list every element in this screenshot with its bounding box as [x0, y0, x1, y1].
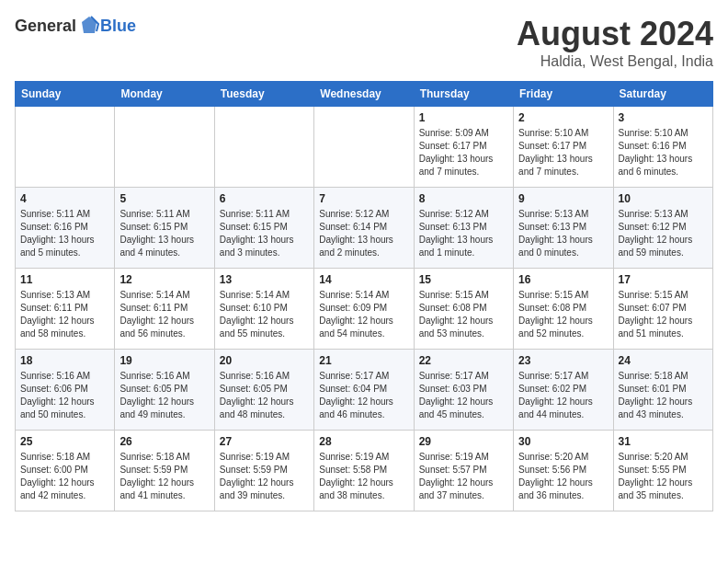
day-info: Sunrise: 5:11 AMSunset: 6:15 PMDaylight:… — [119, 208, 209, 259]
day-info: Sunrise: 5:14 AMSunset: 6:09 PMDaylight:… — [319, 289, 408, 340]
calendar-cell: 3 Sunrise: 5:10 AMSunset: 6:16 PMDayligh… — [613, 107, 712, 188]
logo: General Blue — [15, 15, 136, 37]
logo-general-text: General — [15, 17, 76, 36]
calendar-week-row: 1 Sunrise: 5:09 AMSunset: 6:17 PMDayligh… — [16, 107, 713, 188]
calendar-header-row: SundayMondayTuesdayWednesdayThursdayFrid… — [16, 82, 713, 107]
calendar-cell: 4 Sunrise: 5:11 AMSunset: 6:16 PMDayligh… — [16, 188, 115, 269]
day-number: 5 — [119, 192, 209, 205]
day-info: Sunrise: 5:09 AMSunset: 6:17 PMDaylight:… — [419, 127, 508, 178]
day-number: 20 — [220, 354, 309, 367]
calendar-day-header: Friday — [514, 82, 613, 107]
calendar-cell: 17 Sunrise: 5:15 AMSunset: 6:07 PMDaylig… — [613, 269, 712, 350]
location-subtitle: Haldia, West Bengal, India — [517, 53, 713, 70]
calendar-cell: 5 Sunrise: 5:11 AMSunset: 6:15 PMDayligh… — [115, 188, 214, 269]
calendar-day-header: Sunday — [16, 82, 115, 107]
day-number: 14 — [319, 273, 408, 286]
day-info: Sunrise: 5:10 AMSunset: 6:17 PMDaylight:… — [518, 127, 608, 178]
calendar-cell: 6 Sunrise: 5:11 AMSunset: 6:15 PMDayligh… — [214, 188, 313, 269]
calendar-cell: 12 Sunrise: 5:14 AMSunset: 6:11 PMDaylig… — [115, 269, 214, 350]
header: General Blue August 2024 Haldia, West Be… — [15, 15, 713, 70]
calendar-cell: 21 Sunrise: 5:17 AMSunset: 6:04 PMDaylig… — [314, 350, 414, 431]
day-info: Sunrise: 5:16 AMSunset: 6:05 PMDaylight:… — [220, 370, 309, 421]
day-info: Sunrise: 5:15 AMSunset: 6:07 PMDaylight:… — [619, 289, 708, 340]
calendar-cell: 26 Sunrise: 5:18 AMSunset: 5:59 PMDaylig… — [115, 431, 214, 511]
calendar-day-header: Thursday — [414, 82, 513, 107]
day-number: 19 — [119, 354, 209, 367]
calendar-cell — [115, 107, 214, 188]
calendar-week-row: 4 Sunrise: 5:11 AMSunset: 6:16 PMDayligh… — [16, 188, 713, 269]
day-number: 2 — [518, 111, 608, 124]
calendar-cell: 25 Sunrise: 5:18 AMSunset: 6:00 PMDaylig… — [16, 431, 115, 511]
day-info: Sunrise: 5:13 AMSunset: 6:13 PMDaylight:… — [518, 208, 608, 259]
day-number: 22 — [419, 354, 508, 367]
calendar-cell — [314, 107, 414, 188]
day-info: Sunrise: 5:16 AMSunset: 6:05 PMDaylight:… — [119, 370, 209, 421]
calendar-cell: 22 Sunrise: 5:17 AMSunset: 6:03 PMDaylig… — [414, 350, 513, 431]
calendar-cell: 8 Sunrise: 5:12 AMSunset: 6:13 PMDayligh… — [414, 188, 513, 269]
calendar-cell: 2 Sunrise: 5:10 AMSunset: 6:17 PMDayligh… — [514, 107, 613, 188]
day-number: 18 — [20, 354, 109, 367]
day-info: Sunrise: 5:14 AMSunset: 6:10 PMDaylight:… — [220, 289, 309, 340]
day-number: 27 — [220, 435, 309, 448]
calendar-cell: 30 Sunrise: 5:20 AMSunset: 5:56 PMDaylig… — [514, 431, 613, 511]
calendar-cell: 11 Sunrise: 5:13 AMSunset: 6:11 PMDaylig… — [16, 269, 115, 350]
day-info: Sunrise: 5:12 AMSunset: 6:13 PMDaylight:… — [419, 208, 508, 259]
day-number: 21 — [319, 354, 408, 367]
calendar-week-row: 25 Sunrise: 5:18 AMSunset: 6:00 PMDaylig… — [16, 431, 713, 511]
day-number: 28 — [319, 435, 408, 448]
day-number: 4 — [20, 192, 109, 205]
title-area: August 2024 Haldia, West Bengal, India — [517, 15, 713, 70]
calendar-week-row: 11 Sunrise: 5:13 AMSunset: 6:11 PMDaylig… — [16, 269, 713, 350]
logo-icon — [78, 15, 100, 37]
calendar-cell: 27 Sunrise: 5:19 AMSunset: 5:59 PMDaylig… — [214, 431, 313, 511]
day-number: 29 — [419, 435, 508, 448]
day-number: 17 — [619, 273, 708, 286]
day-number: 8 — [419, 192, 508, 205]
day-number: 16 — [518, 273, 608, 286]
calendar-cell: 9 Sunrise: 5:13 AMSunset: 6:13 PMDayligh… — [514, 188, 613, 269]
day-info: Sunrise: 5:17 AMSunset: 6:02 PMDaylight:… — [518, 370, 608, 421]
day-info: Sunrise: 5:16 AMSunset: 6:06 PMDaylight:… — [20, 370, 109, 421]
day-number: 25 — [20, 435, 109, 448]
calendar-cell: 7 Sunrise: 5:12 AMSunset: 6:14 PMDayligh… — [314, 188, 414, 269]
day-number: 7 — [319, 192, 408, 205]
day-info: Sunrise: 5:19 AMSunset: 5:59 PMDaylight:… — [220, 451, 309, 502]
day-number: 11 — [20, 273, 109, 286]
day-number: 13 — [220, 273, 309, 286]
day-number: 10 — [619, 192, 708, 205]
calendar-table: SundayMondayTuesdayWednesdayThursdayFrid… — [15, 81, 713, 511]
calendar-cell: 29 Sunrise: 5:19 AMSunset: 5:57 PMDaylig… — [414, 431, 513, 511]
day-info: Sunrise: 5:11 AMSunset: 6:15 PMDaylight:… — [220, 208, 309, 259]
day-number: 31 — [619, 435, 708, 448]
day-info: Sunrise: 5:17 AMSunset: 6:03 PMDaylight:… — [419, 370, 508, 421]
day-number: 9 — [518, 192, 608, 205]
calendar-cell — [214, 107, 313, 188]
calendar-day-header: Monday — [115, 82, 214, 107]
day-info: Sunrise: 5:18 AMSunset: 6:00 PMDaylight:… — [20, 451, 109, 502]
day-info: Sunrise: 5:13 AMSunset: 6:12 PMDaylight:… — [619, 208, 708, 259]
calendar-cell: 15 Sunrise: 5:15 AMSunset: 6:08 PMDaylig… — [414, 269, 513, 350]
calendar-cell: 10 Sunrise: 5:13 AMSunset: 6:12 PMDaylig… — [613, 188, 712, 269]
day-info: Sunrise: 5:13 AMSunset: 6:11 PMDaylight:… — [20, 289, 109, 340]
day-info: Sunrise: 5:18 AMSunset: 5:59 PMDaylight:… — [119, 451, 209, 502]
calendar-day-header: Wednesday — [314, 82, 414, 107]
day-number: 3 — [619, 111, 708, 124]
day-info: Sunrise: 5:20 AMSunset: 5:56 PMDaylight:… — [518, 451, 608, 502]
day-number: 6 — [220, 192, 309, 205]
day-info: Sunrise: 5:17 AMSunset: 6:04 PMDaylight:… — [319, 370, 408, 421]
calendar-day-header: Saturday — [613, 82, 712, 107]
calendar-day-header: Tuesday — [214, 82, 313, 107]
calendar-cell: 23 Sunrise: 5:17 AMSunset: 6:02 PMDaylig… — [514, 350, 613, 431]
calendar-cell: 20 Sunrise: 5:16 AMSunset: 6:05 PMDaylig… — [214, 350, 313, 431]
calendar-cell: 18 Sunrise: 5:16 AMSunset: 6:06 PMDaylig… — [16, 350, 115, 431]
logo-area: General Blue — [15, 15, 136, 37]
day-info: Sunrise: 5:19 AMSunset: 5:57 PMDaylight:… — [419, 451, 508, 502]
day-number: 12 — [119, 273, 209, 286]
day-info: Sunrise: 5:11 AMSunset: 6:16 PMDaylight:… — [20, 208, 109, 259]
month-year-title: August 2024 — [517, 15, 713, 53]
day-number: 30 — [518, 435, 608, 448]
day-info: Sunrise: 5:12 AMSunset: 6:14 PMDaylight:… — [319, 208, 408, 259]
calendar-cell: 14 Sunrise: 5:14 AMSunset: 6:09 PMDaylig… — [314, 269, 414, 350]
calendar-cell: 19 Sunrise: 5:16 AMSunset: 6:05 PMDaylig… — [115, 350, 214, 431]
day-number: 1 — [419, 111, 508, 124]
